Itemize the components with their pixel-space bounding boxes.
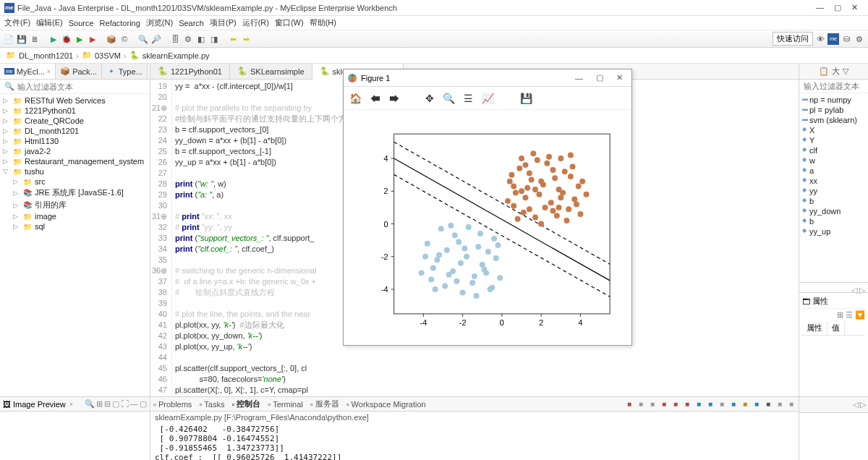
project-tree[interactable]: ▷📁RESTful Web Services▷📁1221Python01▷📁Cr… <box>0 94 150 396</box>
quick-access[interactable]: 快速访问 <box>773 32 813 46</box>
menu-item[interactable]: 编辑(E) <box>36 17 63 28</box>
prev-max-icon[interactable]: ▢ <box>140 399 147 409</box>
outline-item[interactable]: ◆yy_down <box>801 206 867 216</box>
project-item[interactable]: ▷📁Create_QRCode <box>0 116 150 126</box>
project-item[interactable]: ▷📁java2-2 <box>0 146 150 156</box>
menu-item[interactable]: Source <box>69 19 94 27</box>
console-tab[interactable]: ▫Terminal <box>268 400 302 409</box>
new-icon[interactable]: 📄 <box>3 33 14 45</box>
prop-c-icon[interactable]: 🔽 <box>855 310 865 320</box>
prop-b-icon[interactable]: ☰ <box>846 310 853 320</box>
persp-eye-icon[interactable]: 👁 <box>814 33 826 45</box>
server-icon[interactable]: ⚙ <box>182 33 194 45</box>
pan-icon[interactable]: ✥ <box>425 93 434 104</box>
outline-item[interactable]: ◆X <box>801 125 867 135</box>
matplotlib-figure[interactable]: Figure 1 — ▢ ✕ 🏠 🡄 🡆 ✥ 🔍 ☰ 📈 💾 -4-2024-4… <box>343 69 632 346</box>
edit-icon[interactable]: 📈 <box>482 93 494 104</box>
tree-child[interactable]: ▷📁sql <box>0 221 150 231</box>
tree-child[interactable]: ▷📁image <box>0 211 150 221</box>
console-tool-icon[interactable]: ■ <box>660 400 668 409</box>
console-tool-icon[interactable]: ■ <box>625 400 634 409</box>
menu-item[interactable]: 窗口(W) <box>275 17 304 28</box>
prev-min-icon[interactable]: — <box>130 399 138 409</box>
tree-child[interactable]: ▷📚引用的库 <box>0 199 150 211</box>
outline-menu-icon[interactable]: ▽ <box>843 67 848 76</box>
console-tool-icon[interactable]: ■ <box>787 400 796 409</box>
search-icon[interactable]: 🔎 <box>150 33 162 45</box>
prev-e-icon[interactable]: ⛶ <box>121 399 129 409</box>
breadcrumb-file[interactable]: sklearnExample.py <box>142 51 210 60</box>
console-tool-icon[interactable]: ■ <box>706 400 715 409</box>
debug-icon[interactable]: 🐞 <box>61 33 72 45</box>
persp-c-icon[interactable]: ⚙ <box>854 33 865 45</box>
menu-item[interactable]: 运行(R) <box>242 17 269 28</box>
console-tab[interactable]: ▫Workspace Migration <box>346 400 426 409</box>
run-icon[interactable]: ▶ <box>74 33 85 45</box>
tree-child[interactable]: ▷📁src <box>0 176 150 187</box>
menu-item[interactable]: Search <box>179 19 204 27</box>
outline-item[interactable]: ◆Y <box>801 135 867 145</box>
filter-input[interactable] <box>17 82 145 91</box>
project-item[interactable]: ▷📁Restaurant_management_system <box>0 156 150 166</box>
console-tool-icon[interactable]: ■ <box>694 400 703 409</box>
save-icon[interactable]: 💾 <box>16 33 27 45</box>
outline-item[interactable]: ◆a <box>801 166 867 176</box>
editor-tab[interactable]: 🐍SKLearnsimple <box>230 64 312 79</box>
persp-java-icon[interactable]: me <box>827 33 839 45</box>
menu-item[interactable]: 文件(F) <box>4 17 30 28</box>
br-b-icon[interactable]: ▷ <box>860 400 866 409</box>
console-tool-icon[interactable]: ■ <box>775 400 784 409</box>
outline-item[interactable]: ◆clf <box>801 145 867 156</box>
br-a-icon[interactable]: ◁ <box>853 400 859 409</box>
open-type-icon[interactable]: 🔍 <box>137 33 149 45</box>
menu-item[interactable]: 项目(P) <box>210 17 237 28</box>
db-tool-icon[interactable]: 🗄 <box>169 33 181 45</box>
prev-c-icon[interactable]: ⊟ <box>104 399 111 409</box>
console-output[interactable]: [-0.426402 -0.38472756] [ 0.90778804 -0.… <box>150 423 799 460</box>
outline-item[interactable]: ▬svm (sklearn) <box>801 115 867 125</box>
console-tab[interactable]: ▫控制台 <box>231 399 260 409</box>
save-all-icon[interactable]: 🗎 <box>29 33 41 45</box>
project-item[interactable]: ▷📁Html1130 <box>0 136 150 146</box>
close-tab-icon[interactable]: × <box>47 68 51 75</box>
nav-back-icon[interactable]: ⬅ <box>227 33 239 45</box>
prev-b-icon[interactable]: ⊞ <box>96 399 103 409</box>
console-tool-icon[interactable]: ■ <box>637 400 645 409</box>
outline-item[interactable]: ◆w <box>801 156 867 166</box>
fig-close-icon[interactable]: ✕ <box>612 73 627 82</box>
new-class-icon[interactable]: © <box>119 33 130 45</box>
console-tool-icon[interactable]: ■ <box>764 400 773 409</box>
outline-item[interactable]: ▬np = numpy <box>801 95 867 105</box>
tool-icon[interactable]: ▶ <box>48 33 59 45</box>
project-item[interactable]: ▷📁RESTful Web Services <box>0 95 150 106</box>
outline-filter-input[interactable] <box>804 82 868 90</box>
tool-a-icon[interactable]: ◧ <box>195 33 207 45</box>
console-tab[interactable]: ▫服务器 <box>310 399 339 409</box>
outline-item[interactable]: ◆yy <box>801 186 867 196</box>
maximize-icon[interactable]: ▢ <box>834 3 841 12</box>
tool-b-icon[interactable]: ◨ <box>208 33 220 45</box>
console-tab[interactable]: ▫Problems <box>153 400 192 409</box>
project-item[interactable]: ▷📁1221Python01 <box>0 106 150 116</box>
console-tool-icon[interactable]: ■ <box>671 400 680 409</box>
tab-package[interactable]: 📦Pack... <box>56 64 102 79</box>
menu-item[interactable]: 浏览(N) <box>146 17 173 28</box>
close-icon[interactable]: ✕ <box>851 3 858 12</box>
back-icon[interactable]: 🡄 <box>370 93 380 104</box>
breadcrumb-folder[interactable]: 03SVM <box>95 51 121 60</box>
fig-minimize-icon[interactable]: — <box>571 74 587 82</box>
console-tool-icon[interactable]: ■ <box>718 400 726 409</box>
fig-maximize-icon[interactable]: ▢ <box>592 73 608 82</box>
minimize-icon[interactable]: — <box>816 3 824 12</box>
nav-fwd-icon[interactable]: ➡ <box>240 33 252 45</box>
outline-item[interactable]: ◆yy_up <box>801 226 867 237</box>
outline-item[interactable]: ▬pl = pylab <box>801 105 867 115</box>
home-icon[interactable]: 🏠 <box>349 93 362 104</box>
configure-icon[interactable]: ☰ <box>464 93 473 104</box>
tab-myeclipse[interactable]: meMyEcl...× <box>0 64 56 79</box>
prop-a-icon[interactable]: ⊞ <box>837 310 843 320</box>
save-fig-icon[interactable]: 💾 <box>520 93 532 104</box>
console-tool-icon[interactable]: ■ <box>648 400 657 409</box>
persp-b-icon[interactable]: ⛁ <box>841 33 852 45</box>
outline-item[interactable]: ◆xx <box>801 176 867 186</box>
